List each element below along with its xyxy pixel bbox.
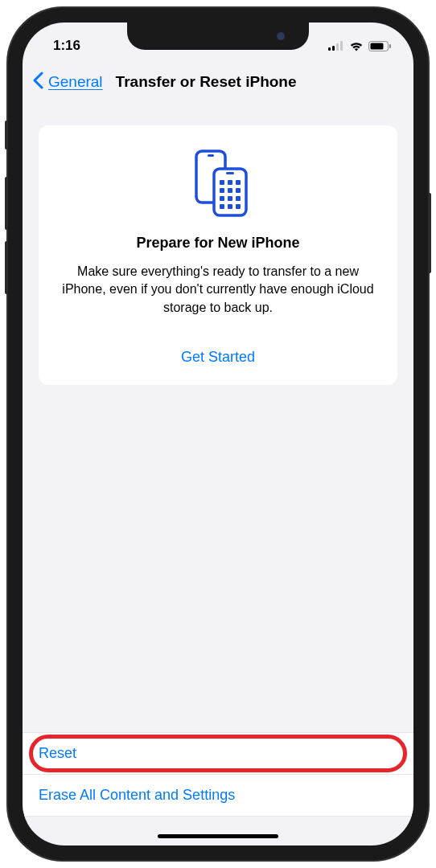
iphone-device-frame: 1:16 — [8, 8, 428, 860]
power-button — [428, 193, 431, 273]
svg-rect-16 — [236, 188, 241, 193]
svg-rect-21 — [228, 204, 232, 209]
wifi-icon — [349, 41, 364, 51]
back-chevron-icon[interactable] — [31, 71, 45, 93]
page-title: Transfer or Reset iPhone — [116, 73, 297, 91]
svg-rect-15 — [228, 188, 232, 193]
volume-down-button — [5, 241, 8, 294]
spacer — [39, 385, 397, 732]
prepare-card: Prepare for New iPhone Make sure everyth… — [39, 125, 397, 385]
volume-up-button — [5, 177, 8, 230]
status-time: 1:16 — [53, 38, 80, 54]
svg-rect-19 — [236, 196, 241, 201]
back-button[interactable]: General — [48, 73, 103, 91]
screen: 1:16 — [23, 23, 413, 845]
notch — [127, 23, 309, 50]
status-icons — [328, 41, 391, 51]
svg-rect-8 — [208, 154, 214, 157]
reset-label: Reset — [39, 745, 76, 761]
erase-all-button[interactable]: Erase All Content and Settings — [23, 775, 413, 817]
reset-button[interactable]: Reset — [23, 732, 413, 775]
svg-rect-18 — [228, 196, 232, 201]
svg-rect-6 — [389, 44, 391, 48]
card-title: Prepare for New iPhone — [55, 235, 381, 252]
transfer-devices-icon — [55, 148, 381, 219]
svg-rect-1 — [332, 46, 335, 51]
svg-rect-13 — [236, 180, 241, 185]
svg-rect-14 — [220, 188, 224, 193]
mute-switch — [5, 121, 8, 149]
tutorial-highlight-ring — [29, 735, 407, 772]
options-list: Reset Erase All Content and Settings — [23, 732, 413, 817]
safe-area-bottom — [39, 817, 397, 845]
content-area: Prepare for New iPhone Make sure everyth… — [23, 103, 413, 845]
battery-icon — [368, 41, 391, 51]
svg-rect-10 — [226, 172, 234, 174]
svg-rect-11 — [220, 180, 224, 185]
svg-rect-5 — [371, 43, 384, 49]
svg-rect-3 — [340, 41, 343, 51]
svg-rect-20 — [220, 204, 224, 209]
erase-all-label: Erase All Content and Settings — [39, 787, 235, 803]
navigation-bar: General Transfer or Reset iPhone — [23, 61, 413, 103]
svg-rect-2 — [336, 43, 339, 51]
svg-rect-22 — [236, 204, 241, 209]
cellular-signal-icon — [328, 41, 344, 51]
front-camera — [277, 32, 285, 40]
home-indicator[interactable] — [158, 834, 278, 838]
svg-rect-12 — [228, 180, 232, 185]
card-description: Make sure everything's ready to transfer… — [55, 263, 381, 317]
svg-rect-17 — [220, 196, 224, 201]
get-started-button[interactable]: Get Started — [55, 349, 381, 366]
svg-rect-0 — [328, 47, 331, 51]
